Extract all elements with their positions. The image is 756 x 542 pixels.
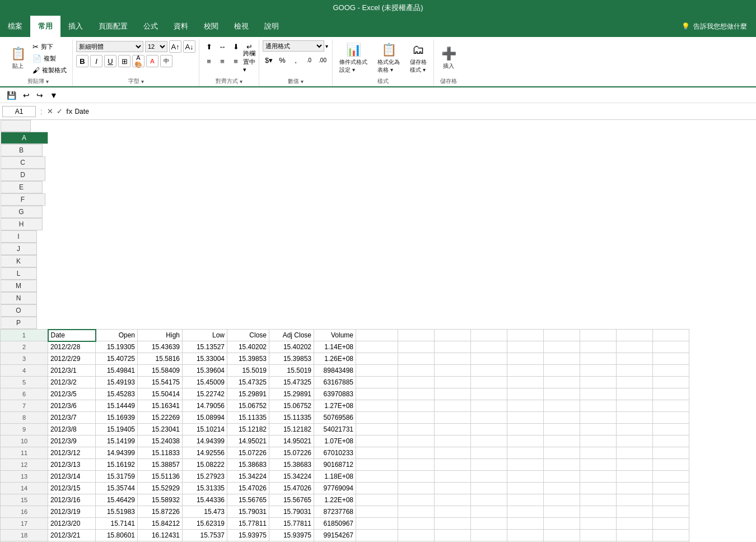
- cell-18-L[interactable]: [507, 530, 544, 541]
- cell-14-E[interactable]: 15.47026: [227, 483, 269, 494]
- cell-16-B[interactable]: 15.51983: [96, 506, 138, 518]
- cell-8-L[interactable]: [507, 412, 544, 424]
- tab-data[interactable]: 資料: [166, 16, 196, 37]
- conditional-format-button[interactable]: 📊 條件式格式設定 ▾: [336, 40, 371, 76]
- tab-page-layout[interactable]: 頁面配置: [91, 16, 136, 37]
- cell-4-B[interactable]: 15.49841: [96, 365, 138, 377]
- cell-6-I[interactable]: [398, 388, 435, 400]
- cell-2-B[interactable]: 15.19305: [96, 341, 138, 353]
- cell-10-G[interactable]: 1.07E+08: [314, 436, 356, 447]
- cell-3-A[interactable]: 2012/2/29: [48, 353, 96, 365]
- cell-5-J[interactable]: [435, 377, 471, 388]
- cell-4-L[interactable]: [507, 365, 544, 377]
- col-header-F[interactable]: F: [1, 193, 45, 206]
- cell-14-B[interactable]: 15.35744: [96, 483, 138, 494]
- num-expand-icon[interactable]: ▾: [325, 43, 328, 49]
- cell-10-H[interactable]: [356, 436, 398, 447]
- cell-1-I[interactable]: [398, 330, 435, 341]
- cell-6-O[interactable]: [617, 388, 653, 400]
- cell-18-B[interactable]: 15.80601: [96, 530, 138, 541]
- cell-8-G[interactable]: 50769586: [314, 412, 356, 424]
- cell-12-G[interactable]: 90168712: [314, 459, 356, 471]
- cell-2-P[interactable]: [653, 341, 689, 353]
- cell-13-M[interactable]: [544, 471, 580, 483]
- col-header-O[interactable]: O: [1, 304, 37, 317]
- cell-18-E[interactable]: 15.93975: [227, 530, 269, 541]
- cell-15-G[interactable]: 1.22E+08: [314, 494, 356, 506]
- cell-8-K[interactable]: [471, 412, 507, 424]
- cell-10-M[interactable]: [544, 436, 580, 447]
- cell-5-O[interactable]: [617, 377, 653, 388]
- cell-reference-input[interactable]: [2, 106, 36, 117]
- cell-6-C[interactable]: 15.50414: [138, 388, 183, 400]
- cell-2-C[interactable]: 15.43639: [138, 341, 183, 353]
- cell-9-H[interactable]: [356, 424, 398, 436]
- cell-8-P[interactable]: [653, 412, 689, 424]
- cell-10-O[interactable]: [617, 436, 653, 447]
- cell-6-E[interactable]: 15.29891: [227, 388, 269, 400]
- cell-16-C[interactable]: 15.87226: [138, 506, 183, 518]
- cell-12-J[interactable]: [435, 459, 471, 471]
- cell-4-K[interactable]: [471, 365, 507, 377]
- cell-10-B[interactable]: 15.14199: [96, 436, 138, 447]
- cell-16-I[interactable]: [398, 506, 435, 518]
- cell-9-D[interactable]: 15.10214: [183, 424, 227, 436]
- cell-5-K[interactable]: [471, 377, 507, 388]
- cell-11-F[interactable]: 15.07226: [269, 447, 314, 459]
- cell-11-D[interactable]: 14.92556: [183, 447, 227, 459]
- cell-14-K[interactable]: [471, 483, 507, 494]
- tab-formulas[interactable]: 公式: [136, 16, 166, 37]
- cell-15-D[interactable]: 15.44336: [183, 494, 227, 506]
- cell-6-P[interactable]: [653, 388, 689, 400]
- cell-12-D[interactable]: 15.08222: [183, 459, 227, 471]
- cell-7-H[interactable]: [356, 400, 398, 412]
- cell-9-N[interactable]: [580, 424, 617, 436]
- col-header-I[interactable]: I: [1, 230, 37, 243]
- cell-17-H[interactable]: [356, 518, 398, 530]
- fill-color-button[interactable]: A🎨: [132, 55, 144, 67]
- underline-button[interactable]: U: [104, 55, 116, 67]
- cell-3-D[interactable]: 15.33004: [183, 353, 227, 365]
- tab-insert[interactable]: 插入: [60, 16, 91, 37]
- cell-8-C[interactable]: 15.22269: [138, 412, 183, 424]
- cell-3-B[interactable]: 15.40725: [96, 353, 138, 365]
- cell-13-B[interactable]: 15.31759: [96, 471, 138, 483]
- cell-17-K[interactable]: [471, 518, 507, 530]
- undo-quick-btn[interactable]: ↩: [21, 90, 32, 101]
- cell-16-J[interactable]: [435, 506, 471, 518]
- cell-12-F[interactable]: 15.38683: [269, 459, 314, 471]
- cell-11-I[interactable]: [398, 447, 435, 459]
- cell-9-E[interactable]: 15.12182: [227, 424, 269, 436]
- tab-review[interactable]: 校閱: [196, 16, 226, 37]
- cell-styles-button[interactable]: 🗂 儲存格樣式 ▾: [407, 40, 430, 76]
- cell-9-A[interactable]: 2012/3/8: [48, 424, 96, 436]
- cell-6-B[interactable]: 15.45283: [96, 388, 138, 400]
- cell-17-G[interactable]: 61850967: [314, 518, 356, 530]
- cell-5-L[interactable]: [507, 377, 544, 388]
- cell-18-F[interactable]: 15.93975: [269, 530, 314, 541]
- cell-8-A[interactable]: 2012/3/7: [48, 412, 96, 424]
- cell-4-E[interactable]: 15.5019: [227, 365, 269, 377]
- cell-16-N[interactable]: [580, 506, 617, 518]
- col-header-K[interactable]: K: [1, 255, 37, 267]
- cell-16-G[interactable]: 87237768: [314, 506, 356, 518]
- cell-13-D[interactable]: 15.27923: [183, 471, 227, 483]
- cell-2-O[interactable]: [617, 341, 653, 353]
- align-left-button[interactable]: ≡: [203, 55, 215, 67]
- cell-11-O[interactable]: [617, 447, 653, 459]
- cell-4-J[interactable]: [435, 365, 471, 377]
- cell-14-A[interactable]: 2012/3/15: [48, 483, 96, 494]
- cell-15-K[interactable]: [471, 494, 507, 506]
- cell-5-B[interactable]: 15.49193: [96, 377, 138, 388]
- cell-3-K[interactable]: [471, 353, 507, 365]
- cell-13-H[interactable]: [356, 471, 398, 483]
- cell-13-A[interactable]: 2012/3/14: [48, 471, 96, 483]
- col-header-D[interactable]: D: [1, 169, 45, 181]
- cell-1-L[interactable]: [507, 330, 544, 341]
- cell-14-H[interactable]: [356, 483, 398, 494]
- cell-14-J[interactable]: [435, 483, 471, 494]
- cell-3-G[interactable]: 1.26E+08: [314, 353, 356, 365]
- cell-10-C[interactable]: 15.24038: [138, 436, 183, 447]
- cell-5-A[interactable]: 2012/3/2: [48, 377, 96, 388]
- cell-8-F[interactable]: 15.11335: [269, 412, 314, 424]
